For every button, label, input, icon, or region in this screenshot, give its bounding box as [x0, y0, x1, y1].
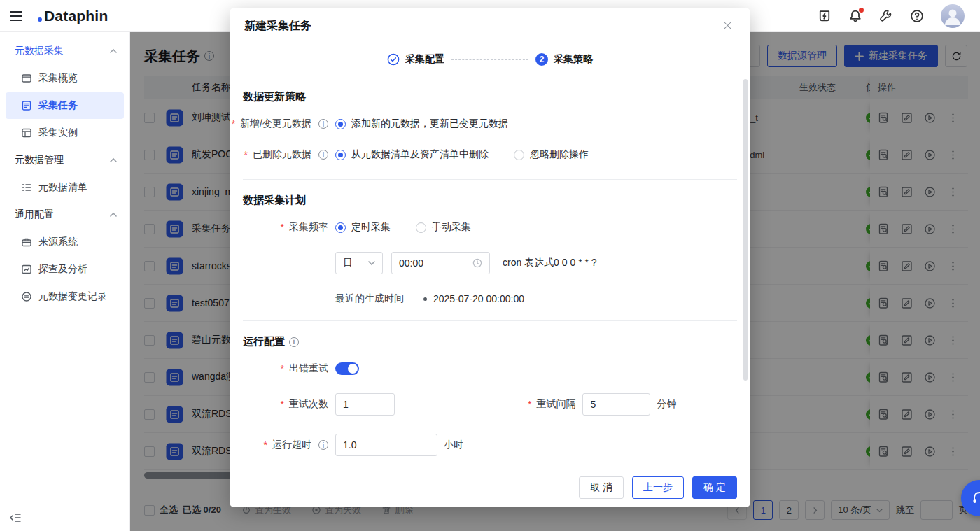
headset-icon	[971, 490, 980, 507]
sidebar-item-collection-tasks[interactable]: 采集任务	[6, 92, 124, 119]
user-avatar[interactable]	[941, 4, 965, 28]
recent-time-label: 最近的生成时间	[335, 292, 404, 305]
clock-icon	[472, 258, 482, 268]
deleted-radio-remove[interactable]	[335, 150, 346, 160]
sidebar-item-label: 采集概览	[38, 72, 78, 85]
overview-icon	[21, 73, 32, 84]
step-done-check-icon	[387, 53, 400, 66]
quickstart-icon[interactable]	[818, 9, 832, 23]
sidebar-item-metadata-list[interactable]: 元数据清单	[6, 174, 124, 201]
chevron-up-icon	[110, 157, 117, 164]
modal-body: 数据更新策略 新增/变更元数据 添加新的元数据，更新已变更元数据 已删除元数据 …	[230, 76, 750, 469]
help-icon[interactable]	[910, 9, 924, 23]
radio-option-label[interactable]: 手动采集	[432, 221, 471, 234]
sidebar-item-source-systems[interactable]: 来源系统	[6, 229, 124, 255]
info-icon[interactable]	[318, 119, 328, 129]
steps-indicator: 采集配置 2 采集策略	[230, 43, 750, 76]
sidebar-group-general-config[interactable]: 通用配置	[0, 201, 130, 228]
step-label: 采集配置	[405, 53, 444, 66]
info-icon[interactable]	[318, 150, 328, 160]
modal-footer: 取 消 上一步 确 定	[230, 469, 750, 507]
time-picker[interactable]: 00:00	[391, 252, 490, 274]
section-collection-plan: 数据采集计划	[243, 194, 737, 207]
collapse-sidebar-icon[interactable]	[8, 511, 130, 525]
frequency-radio-manual[interactable]	[416, 222, 426, 233]
cycle-value: 日	[343, 257, 353, 269]
task-doc-icon	[21, 100, 32, 111]
radio-option-label[interactable]: 定时采集	[351, 221, 391, 234]
timeout-label: 运行超时	[243, 439, 335, 451]
retry-interval-label: 重试间隔	[528, 398, 582, 411]
section-update-strategy: 数据更新策略	[243, 90, 737, 104]
logo-dot-icon	[38, 17, 42, 22]
timeout-unit: 小时	[444, 439, 463, 451]
new-metadata-radio-add[interactable]	[335, 119, 346, 129]
sidebar-group-label: 通用配置	[15, 208, 54, 221]
radio-option-label[interactable]: 从元数据清单及资产清单中删除	[351, 148, 489, 161]
sidebar-group-label: 元数据管理	[15, 154, 64, 167]
retry-toggle[interactable]	[335, 362, 359, 375]
modal-title: 新建采集任务	[244, 19, 312, 34]
close-icon[interactable]	[720, 18, 736, 34]
sidebar-group-metadata-management[interactable]: 元数据管理	[0, 147, 130, 174]
step-number: 2	[536, 53, 548, 66]
info-icon[interactable]	[318, 440, 328, 450]
sidebar-item-label: 采集任务	[38, 99, 78, 112]
sidebar-item-collection-overview[interactable]: 采集概览	[6, 65, 124, 92]
retry-interval-input[interactable]	[582, 393, 650, 416]
confirm-button[interactable]: 确 定	[692, 476, 737, 499]
briefcase-icon	[21, 236, 32, 248]
time-value: 00:00	[399, 257, 424, 269]
menu-icon[interactable]	[0, 0, 32, 32]
logo-text: Dataphin	[44, 8, 108, 24]
tools-wrench-icon[interactable]	[879, 9, 893, 23]
recent-time-value: 2025-07-20 00:00:00	[433, 293, 524, 304]
sidebar-item-label: 采集实例	[38, 127, 78, 139]
timeout-input[interactable]	[335, 434, 438, 456]
sidebar-footer	[0, 504, 130, 531]
app-logo: Dataphin	[38, 8, 108, 24]
sidebar-group-label: 元数据采集	[15, 45, 64, 57]
deleted-radio-ignore[interactable]	[514, 150, 524, 160]
chart-icon	[21, 264, 32, 275]
cron-expression: cron 表达式0 0 0 * * ?	[503, 257, 597, 269]
sidebar-group-metadata-collection[interactable]: 元数据采集	[0, 38, 130, 64]
instance-table-icon	[21, 127, 32, 139]
frequency-label: 采集频率	[243, 221, 335, 234]
section-run-config: 运行配置	[243, 335, 737, 348]
cancel-button[interactable]: 取 消	[579, 476, 624, 499]
retry-count-input[interactable]	[335, 393, 395, 416]
sidebar: 元数据采集 采集概览 采集任务 采集实例 元数据管理 元数据清单 通用配置 来源…	[0, 32, 130, 531]
modal-scrollbar[interactable]	[743, 79, 748, 466]
interval-unit: 分钟	[657, 398, 676, 411]
radio-option-label[interactable]: 添加新的元数据，更新已变更元数据	[351, 118, 508, 130]
sidebar-item-explore-analysis[interactable]: 探查及分析	[6, 256, 124, 283]
chevron-up-icon	[110, 211, 117, 218]
retry-label: 出错重试	[243, 362, 335, 375]
sidebar-item-metadata-change-log[interactable]: 元数据变更记录	[6, 283, 124, 310]
sidebar-item-label: 元数据变更记录	[38, 290, 107, 303]
new-metadata-label: 新增/变更元数据	[243, 118, 335, 130]
sidebar-item-label: 元数据清单	[38, 181, 88, 194]
step-collection-config: 采集配置	[387, 53, 444, 66]
radio-option-label[interactable]: 忽略删除操作	[530, 148, 589, 161]
step-label: 采集策略	[554, 53, 593, 66]
cycle-select[interactable]: 日	[335, 252, 383, 274]
retry-count-label: 重试次数	[243, 398, 335, 411]
list-icon	[21, 182, 32, 193]
info-icon[interactable]	[289, 337, 299, 347]
create-task-modal: 新建采集任务 采集配置 2 采集策略 数据更新策略 新增/变更元数据 添加新的元…	[230, 8, 750, 507]
step-collection-strategy: 2 采集策略	[536, 53, 593, 66]
change-log-icon	[21, 291, 32, 302]
notification-badge	[859, 8, 864, 13]
bullet-dot	[424, 297, 427, 301]
frequency-radio-scheduled[interactable]	[335, 222, 346, 233]
modal-scrollbar-thumb[interactable]	[743, 79, 748, 381]
previous-step-button[interactable]: 上一步	[632, 476, 684, 499]
sidebar-item-collection-instances[interactable]: 采集实例	[6, 120, 124, 146]
sidebar-item-label: 探查及分析	[38, 263, 88, 276]
deleted-metadata-label: 已删除元数据	[243, 148, 335, 161]
chevron-down-icon	[368, 260, 375, 267]
sidebar-item-label: 来源系统	[38, 236, 78, 248]
notifications-bell-icon[interactable]	[848, 9, 862, 23]
